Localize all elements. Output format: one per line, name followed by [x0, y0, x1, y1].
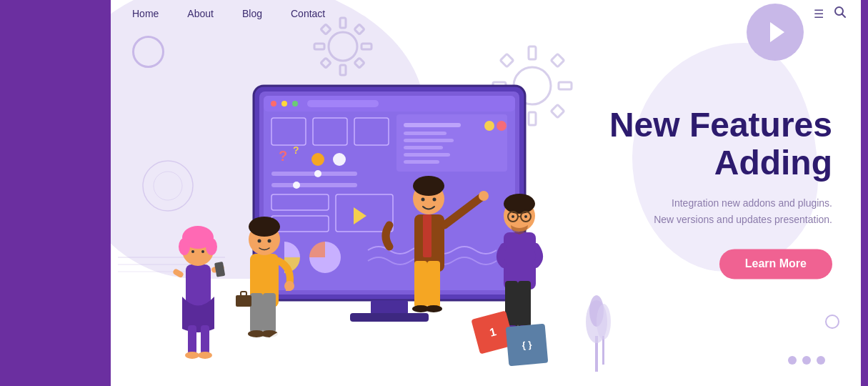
svg-point-74 — [198, 352, 212, 359]
svg-point-104 — [504, 194, 535, 214]
svg-rect-28 — [264, 96, 515, 112]
svg-point-69 — [201, 250, 204, 253]
svg-rect-72 — [201, 325, 209, 354]
svg-rect-100 — [518, 281, 531, 327]
code-symbol-text: { } — [522, 339, 532, 350]
page-wrapper: Home About Blog Contact ☰ — [0, 0, 868, 386]
svg-rect-77 — [263, 293, 276, 332]
hero-title: New Features Adding — [575, 107, 832, 182]
svg-rect-60 — [350, 313, 429, 322]
svg-point-97 — [433, 198, 437, 202]
svg-point-95 — [413, 176, 444, 196]
svg-point-84 — [249, 217, 280, 237]
svg-point-108 — [512, 215, 514, 218]
svg-text:?: ? — [293, 144, 299, 156]
svg-point-37 — [497, 121, 507, 131]
svg-rect-32 — [307, 100, 379, 107]
svg-point-47 — [311, 153, 324, 166]
svg-point-96 — [421, 198, 425, 202]
navbar: Home About Blog Contact ☰ — [111, 0, 861, 27]
cta-area: New Features Adding Integration new addo… — [575, 107, 832, 279]
svg-point-66 — [179, 238, 190, 255]
svg-rect-71 — [188, 325, 196, 354]
pagination-dots — [788, 356, 825, 365]
svg-point-52 — [293, 182, 300, 189]
svg-rect-76 — [250, 293, 263, 332]
nav-blog[interactable]: Blog — [242, 8, 262, 19]
svg-rect-113 — [602, 336, 604, 365]
svg-point-85 — [258, 239, 261, 243]
svg-point-31 — [292, 101, 298, 107]
svg-point-86 — [268, 239, 271, 243]
svg-point-109 — [524, 215, 527, 218]
svg-rect-62 — [172, 268, 184, 278]
code-block-blue: { } — [506, 324, 549, 367]
svg-point-93 — [479, 191, 489, 201]
svg-rect-89 — [414, 261, 427, 307]
svg-rect-81 — [241, 292, 246, 296]
svg-rect-80 — [236, 295, 251, 307]
nav-icon-group: ☰ — [814, 6, 847, 21]
svg-rect-88 — [423, 214, 431, 257]
menu-icon[interactable]: ☰ — [814, 7, 824, 21]
nav-about[interactable]: About — [187, 8, 214, 19]
svg-rect-51 — [271, 183, 357, 187]
dot-1[interactable] — [788, 356, 797, 365]
svg-rect-59 — [371, 300, 408, 315]
svg-line-19 — [842, 14, 846, 18]
svg-point-20 — [143, 161, 193, 211]
svg-point-92 — [425, 305, 442, 312]
svg-point-38 — [484, 121, 494, 131]
svg-rect-39 — [404, 123, 461, 127]
search-icon[interactable] — [834, 6, 847, 21]
svg-point-50 — [314, 170, 321, 177]
nav-links: Home About Blog Contact — [132, 8, 325, 19]
svg-point-30 — [281, 101, 287, 107]
left-sidebar — [0, 0, 111, 386]
svg-text:?: ? — [279, 148, 287, 164]
svg-point-21 — [154, 172, 182, 200]
svg-rect-43 — [404, 153, 450, 157]
nav-home[interactable]: Home — [132, 8, 159, 19]
main-content: Home About Blog Contact ☰ — [111, 0, 861, 386]
svg-point-67 — [206, 238, 217, 255]
svg-point-73 — [185, 352, 199, 359]
code-number-text: 1 — [488, 325, 497, 340]
svg-point-29 — [271, 101, 276, 107]
hero-subtitle: Integration new addons and plugins. New … — [575, 195, 832, 229]
nav-contact[interactable]: Contact — [291, 8, 325, 19]
dot-2[interactable] — [802, 356, 811, 365]
svg-rect-40 — [404, 132, 447, 135]
svg-rect-42 — [404, 146, 443, 149]
svg-point-68 — [191, 250, 194, 253]
right-sidebar — [861, 0, 868, 386]
svg-point-114 — [597, 304, 611, 340]
svg-rect-44 — [404, 160, 439, 164]
svg-rect-41 — [404, 139, 454, 142]
svg-rect-70 — [214, 262, 225, 277]
dot-3[interactable] — [817, 356, 825, 365]
svg-rect-90 — [427, 261, 440, 307]
learn-more-button[interactable]: Learn More — [719, 249, 832, 279]
svg-point-48 — [333, 153, 346, 166]
deco-circle-small — [825, 315, 839, 329]
